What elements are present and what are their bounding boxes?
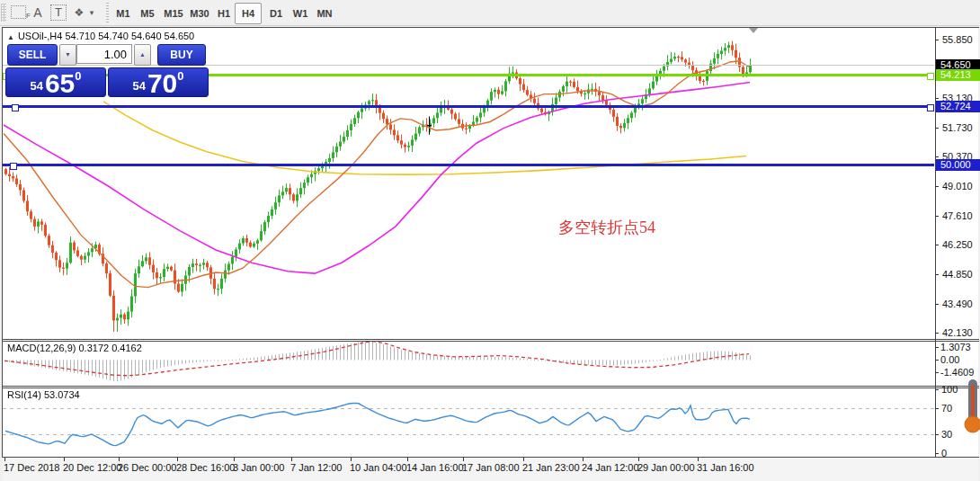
rsi-scale-tick	[935, 453, 939, 454]
label-t-icon[interactable]: T	[50, 4, 67, 21]
time-tick-label: 29 Jan 00:00	[637, 462, 695, 473]
chart-shift-marker[interactable]	[749, 28, 758, 33]
chart-title-text: USOil-,H4 54.710 54.740 54.640 54.650	[18, 31, 194, 41]
price-badge-54213: 54.213	[936, 69, 980, 81]
buy-price-prefix: 54	[132, 79, 145, 93]
price-tick-label: 46.250	[942, 239, 973, 250]
sell-price-panel[interactable]: 54 65 0	[5, 67, 106, 97]
price-tick	[935, 245, 939, 245]
price-tick-label: 49.010	[942, 181, 973, 192]
time-tick	[583, 458, 584, 461]
price-tick	[935, 186, 939, 187]
rsi-scale-tick	[935, 389, 939, 390]
buy-price-big: 70	[147, 70, 177, 97]
rsi-scale-label: 70	[941, 403, 952, 414]
price-tick	[935, 40, 939, 40]
time-tick	[234, 458, 235, 461]
price-tick-label: 51.730	[942, 122, 973, 133]
chart-title: ▲USOil-,H4 54.710 54.740 54.640 54.650	[7, 31, 194, 41]
dropdown-caret-icon[interactable]: ▾	[87, 4, 96, 22]
toolbar: F A T ❖ ▾ M1M5M15M30H1H4D1W1MN	[0, 0, 980, 26]
fibo-grid-f-icon[interactable]: F	[11, 4, 27, 22]
diamond-tools-icon[interactable]: ❖	[72, 4, 86, 22]
time-tick-label: 17 Dec 2018	[4, 462, 59, 473]
hline-handle[interactable]	[12, 104, 19, 111]
collapse-one-click-arrow[interactable]: ▲	[7, 33, 14, 41]
time-tick	[463, 458, 464, 461]
sell-price-pip: 0	[75, 69, 81, 83]
macd-scale-label: -1.4609	[940, 367, 974, 378]
price-tick	[935, 304, 939, 305]
volume-up-button[interactable]: ▲	[134, 44, 151, 66]
time-tick	[64, 458, 65, 461]
buy-price-panel[interactable]: 54 70 0	[108, 67, 209, 97]
time-tick	[523, 458, 524, 461]
sell-price-prefix: 54	[30, 79, 42, 93]
hline-handle[interactable]	[927, 73, 934, 80]
price-tick	[935, 333, 939, 334]
time-tick	[407, 458, 408, 461]
time-tick-label: 28 Dec 16:00	[176, 462, 235, 473]
hline-handle[interactable]	[10, 163, 17, 170]
timeframe-button-m30[interactable]: M30	[185, 3, 214, 24]
timeframe-button-m1[interactable]: M1	[111, 3, 136, 24]
sell-price-big: 65	[45, 70, 75, 97]
time-tick-label: 3 Jan 00:00	[233, 462, 285, 473]
price-tick	[935, 216, 939, 217]
macd-indicator-label: MACD(12,26,9) 0.3172 0.4162	[7, 343, 142, 353]
timeframe-button-w1[interactable]: W1	[288, 3, 313, 24]
time-tick	[119, 458, 120, 461]
volume-input[interactable]	[76, 44, 132, 64]
timeframe-button-m5[interactable]: M5	[135, 3, 160, 24]
rsi-scale-label: 100	[941, 384, 958, 395]
time-tick	[638, 458, 639, 461]
time-tick-label: 10 Jan 04:00	[350, 462, 407, 473]
timeframe-button-m15[interactable]: M15	[159, 3, 188, 24]
chart-text-annotation[interactable]: 多空转折点54	[558, 217, 655, 238]
price-tick	[935, 274, 939, 275]
hline-handle[interactable]	[927, 104, 934, 111]
hline-52.724[interactable]	[3, 105, 934, 108]
price-tick-label: 43.490	[942, 298, 973, 309]
price-tick-label: 42.130	[942, 327, 973, 338]
time-tick-label: 21 Jan 23:00	[522, 462, 580, 473]
rsi-scale-tick	[935, 408, 939, 409]
time-tick	[351, 458, 352, 461]
buy-button[interactable]: BUY	[157, 44, 206, 66]
timeframe-button-h1[interactable]: H1	[211, 3, 236, 24]
time-tick-label: 31 Jan 16:00	[697, 462, 754, 473]
price-tick-label: 55.850	[942, 34, 973, 45]
toolbar-separator	[106, 3, 109, 22]
volume-down-button[interactable]: ▼	[59, 44, 76, 66]
macd-scale-tick	[935, 347, 939, 348]
price-tick	[935, 98, 939, 99]
sell-button[interactable]: SELL	[7, 44, 58, 66]
text-a-icon[interactable]: A	[31, 4, 45, 22]
buy-price-pip: 0	[177, 69, 183, 83]
price-tick-label: 44.850	[942, 269, 973, 280]
price-tick	[935, 156, 939, 157]
macd-scale-tick	[935, 372, 939, 373]
rsi-scale-label: 30	[941, 429, 952, 440]
time-tick	[177, 458, 178, 461]
timeframe-button-h4[interactable]: H4	[235, 3, 262, 24]
time-tick-label: 26 Dec 00:00	[118, 462, 176, 473]
time-tick	[698, 458, 699, 461]
timeframe-button-d1[interactable]: D1	[263, 3, 289, 24]
price-axis-line	[935, 27, 936, 458]
rsi-indicator-label: RSI(14) 53.0734	[7, 389, 80, 400]
time-tick-label: 24 Jan 12:00	[582, 462, 639, 473]
price-badge-50000: 50.000	[936, 159, 980, 171]
mt4-window: F A T ❖ ▾ M1M5M15M30H1H4D1W1MN ▲USOil-,H…	[0, 0, 980, 481]
dotted-box-icon	[11, 5, 26, 19]
rsi-scale-label: 0	[941, 448, 947, 459]
macd-scale-label: 0.00	[940, 354, 959, 365]
toolbar-gripper[interactable]	[1, 4, 6, 22]
macd-scale-label: 1.3073	[940, 342, 971, 352]
timeframe-button-mn[interactable]: MN	[312, 3, 337, 24]
one-click-trading-panel: SELL ▼ ▲ BUY 54 65 0 54 70 0	[5, 42, 207, 98]
time-tick-label: 14 Jan 16:00	[406, 462, 464, 473]
time-tick-label: 7 Jan 12:00	[290, 462, 343, 473]
time-tick	[4, 458, 5, 461]
hline-50[interactable]	[3, 164, 934, 166]
